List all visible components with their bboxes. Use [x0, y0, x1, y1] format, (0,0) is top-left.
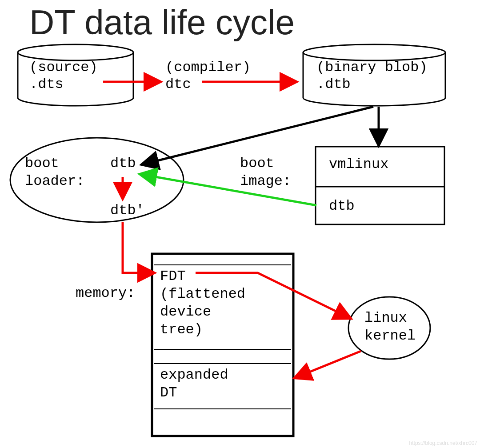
- label-bootloader-dtbp: dtb': [110, 202, 144, 220]
- label-memory-fdt: FDT (flattened device tree): [160, 268, 245, 339]
- label-kernel: linux kernel: [364, 309, 416, 345]
- label-bootloader-dtb: dtb: [110, 155, 136, 172]
- svg-point-0: [18, 44, 133, 60]
- page-title: DT data life cycle: [29, 2, 295, 43]
- label-bootimage: boot image:: [240, 155, 291, 190]
- label-binary-2: .dtb: [316, 76, 351, 93]
- label-bootimage-vmlinux: vmlinux: [329, 156, 388, 173]
- watermark: https://blog.csdn.net/xhrc007: [409, 440, 477, 446]
- arrow-dtbp-to-fdt: [123, 222, 154, 273]
- label-source-1: (source): [29, 59, 98, 76]
- label-source-2: .dts: [29, 76, 64, 93]
- label-bootloader: boot loader:: [25, 155, 84, 190]
- arrow-kernel-to-expanded: [295, 351, 361, 378]
- label-memory-expanded: expanded DT: [160, 366, 228, 402]
- label-compiler-1: (compiler): [165, 59, 251, 76]
- label-bootimage-dtb: dtb: [329, 197, 355, 215]
- label-compiler-2: dtc: [165, 76, 191, 93]
- label-memory: memory:: [76, 284, 135, 302]
- label-binary-1: (binary blob): [316, 59, 428, 76]
- svg-point-3: [303, 44, 445, 60]
